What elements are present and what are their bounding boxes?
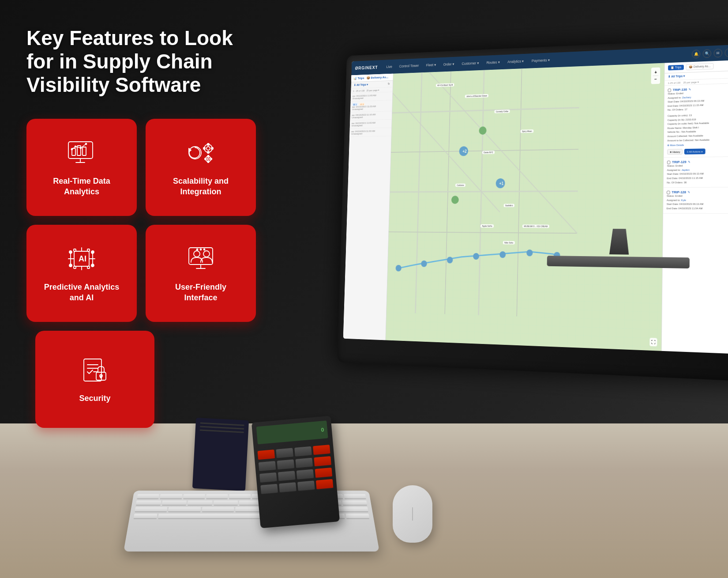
nav-fleet[interactable]: Fleet ▾ <box>424 62 439 68</box>
map-zoom-controls[interactable]: + − <box>651 67 660 84</box>
trip-129-assignee[interactable]: Jayden <box>681 169 689 171</box>
map-label-6: Carbone <box>455 184 465 187</box>
trip-128-end: End Date: 04/10/2023 11:54 AM <box>667 207 728 211</box>
trips-list-panel: 📊 Trips 📦 Delivery As... ⬇ All Trips ▾ ↻… <box>343 74 394 340</box>
map-label-10: Nike Soho <box>503 241 515 245</box>
trip-129-edit-icon[interactable]: ✎ <box>688 160 690 164</box>
nav-live[interactable]: Live <box>384 64 394 69</box>
svg-point-13 <box>206 147 210 150</box>
trip-128-start: Start Date: 04/10/2023 06:13 AM <box>667 202 728 207</box>
mail-icon[interactable]: ✉ <box>714 49 722 57</box>
card-scalability-label: Scalability and Integration <box>159 176 243 197</box>
svg-point-10 <box>189 147 201 159</box>
mouse[interactable] <box>393 485 432 543</box>
map-roads-svg: +2 +1 <box>386 63 664 351</box>
trip-row-left-5[interactable]: ew: 04/10/2023 11:00 AM Unassigned <box>349 128 391 137</box>
trip-row-left-4[interactable]: ew: 04/10/2023 11:00 AM Unassigned <box>350 120 392 129</box>
trip-128-id: TRIP-128 <box>672 190 686 194</box>
nav-routes[interactable]: Routes ▾ <box>484 59 502 65</box>
map-label-7: Sadelle's <box>504 204 515 207</box>
refresh-icon[interactable]: ↻ <box>388 82 390 85</box>
calc-btn-divide[interactable] <box>313 445 330 456</box>
trip-detail-129[interactable]: TRIP-129 ✎ Status: Ended Assigned to: Ja… <box>664 157 728 188</box>
left-content-area: Key Features to Look for in Supply Chain… <box>0 0 282 578</box>
bottom-cards-row: Security <box>26 331 256 428</box>
map-area[interactable]: +2 +1 W 4 St-Wash Sq M John's of Bleecke… <box>386 63 664 351</box>
svg-point-19 <box>207 158 210 160</box>
history-btn[interactable]: ★ History <box>667 149 683 155</box>
key-alt[interactable] <box>345 514 370 519</box>
trip-130-checkbox[interactable] <box>668 88 672 92</box>
zoom-out-btn[interactable]: − <box>653 76 658 83</box>
mouse-scroll-wheel <box>413 507 413 521</box>
nav-order[interactable]: Order ▾ <box>441 61 457 68</box>
nav-customer[interactable]: Customer ▾ <box>460 60 481 67</box>
user-screen-icon <box>183 243 218 274</box>
calc-btn-multiply[interactable] <box>314 456 331 467</box>
svg-point-6 <box>71 149 73 150</box>
detail-panel: 📋 Trips 📦 Delivery As... ⬇ All Trips ▾ ↻… <box>661 60 728 354</box>
card-predictive-ai[interactable]: AI <box>26 225 137 322</box>
card-real-time-data[interactable]: Real-Time Data Analytics <box>26 119 137 216</box>
svg-point-71 <box>447 257 453 263</box>
all-trips-label[interactable]: ⬇ All Trips ▾ <box>354 83 368 87</box>
map-label-5: Dante NYC <box>482 151 495 154</box>
trip-130-actions: ★ History ≡ All Actions ▸ <box>667 148 728 155</box>
search-nav-icon[interactable]: 🔍 <box>703 49 711 58</box>
screen: ØRGINEXT Live Control Tower Fleet ▾ Orde… <box>343 44 728 355</box>
trip-detail-130[interactable]: TRIP-130 ✎ Status: Ended Assigned to: Za… <box>664 83 728 158</box>
delivery-assist-tab[interactable]: 📦 Delivery As... <box>686 63 714 70</box>
trip-detail-128[interactable]: TRIP-128 ✎ Status: Ended Assigned to: Ky… <box>663 187 728 214</box>
calc-btn-plus[interactable] <box>316 479 334 490</box>
calc-btn-9[interactable] <box>295 458 313 469</box>
card-predictive-label: Predictive Analytics and AI <box>40 282 124 303</box>
svg-point-7 <box>75 146 76 147</box>
trip-129-checkbox[interactable] <box>667 160 671 164</box>
lock-secure-icon <box>77 355 113 385</box>
trips-tab[interactable]: 📋 Trips <box>668 65 684 71</box>
key-m[interactable] <box>335 507 368 512</box>
trip-130-assignee[interactable]: Zachary <box>682 96 691 98</box>
app-logo: ØRGINEXT <box>355 65 378 71</box>
zoom-in-btn[interactable]: + <box>653 69 659 76</box>
trip-128-assignee[interactable]: Kyle <box>681 199 686 201</box>
key-p[interactable] <box>344 494 366 499</box>
trip-129-orders: No. Of Orders: 36 <box>667 180 728 185</box>
trip-row-left-3[interactable]: ew: 04/10/2023 11:30 AM Unassigned <box>350 111 392 121</box>
calc-btn-3[interactable] <box>297 480 315 491</box>
help-icon[interactable]: ? <box>725 48 728 57</box>
gear-integration-icon <box>183 137 218 168</box>
nav-analytics[interactable]: Analytics ▾ <box>505 58 526 65</box>
all-trips-detail-label[interactable]: ⬇ All Trips ▾ <box>668 75 685 79</box>
bell-icon[interactable]: 🔔 <box>692 49 700 58</box>
ai-brain-icon: AI <box>64 243 99 274</box>
svg-line-63 <box>392 108 579 113</box>
svg-line-59 <box>415 72 422 313</box>
card-user-friendly[interactable]: User-Friendly Interface <box>146 225 256 322</box>
trip-128-checkbox[interactable] <box>667 191 670 194</box>
key-l[interactable] <box>342 501 367 506</box>
app-ui: ØRGINEXT Live Control Tower Fleet ▾ Orde… <box>343 44 728 355</box>
svg-rect-5 <box>83 147 86 155</box>
svg-point-8 <box>80 147 82 149</box>
card-user-friendly-label: User-Friendly Interface <box>159 282 243 303</box>
svg-point-45 <box>194 251 200 257</box>
expand-btn[interactable]: ⛶ <box>649 338 657 346</box>
trip-128-edit-icon[interactable]: ✎ <box>688 190 690 194</box>
nav-icons: 🔔 🔍 ✉ ? ⚙ <box>692 48 728 58</box>
calc-btn-percent[interactable] <box>294 446 312 457</box>
card-security[interactable]: Security <box>35 331 154 428</box>
card-scalability[interactable]: Scalability and Integration <box>146 119 256 216</box>
chart-monitor-icon <box>64 137 99 168</box>
map-background: +2 +1 W 4 St-Wash Sq M John's of Bleecke… <box>386 63 664 351</box>
calc-btn-6[interactable] <box>296 469 314 480</box>
trip-row-left-2[interactable]: ⊞ 1 ⚠ 1 ew: 04/10/2023 11:00 AM Unassign… <box>350 100 392 113</box>
all-actions-btn[interactable]: ≡ All Actions ▸ <box>684 149 705 155</box>
card-real-time-label: Real-Time Data Analytics <box>40 176 124 197</box>
nav-payments[interactable]: Payments ▾ <box>529 57 552 64</box>
calc-btn-minus[interactable] <box>315 468 333 479</box>
feature-cards-grid: Real-Time Data Analytics <box>26 119 256 322</box>
trip-130-edit-icon[interactable]: ✎ <box>689 88 691 91</box>
nav-control-tower[interactable]: Control Tower <box>397 63 421 69</box>
map-label-3: Comedy Cellar <box>494 110 510 113</box>
